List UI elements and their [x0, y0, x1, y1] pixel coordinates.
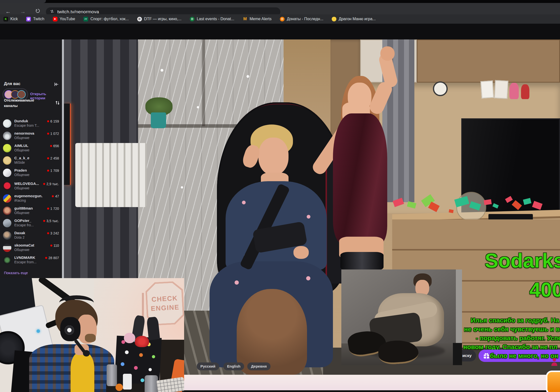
donation-username: Sodarks — [485, 249, 560, 272]
rig-led — [37, 329, 40, 333]
channel-avatar — [3, 182, 11, 190]
sidebar-channel-cake[interactable]: C_a_k_eMiSide2 458 — [0, 156, 62, 167]
tag-village[interactable]: Деревня — [247, 362, 270, 370]
sidebar-channel-aimlul[interactable]: AIMLULОбщение656 — [0, 143, 62, 155]
bookmark-dragon[interactable]: Драгон Маню игра... — [332, 17, 376, 21]
for-you-title: Для вас — [4, 81, 20, 86]
sidebar-channel-dunduk[interactable]: DundukEscape from T...6 159 — [0, 119, 62, 130]
gift-bow — [135, 336, 149, 347]
headphones-band — [59, 295, 94, 310]
monitor-edge — [64, 104, 71, 185]
meme-alerts-icon: M — [243, 17, 247, 21]
doll-figurine — [521, 84, 529, 99]
browser-tab-strip — [0, 0, 560, 3]
gift-icon — [483, 352, 490, 359]
mic-capsule — [83, 350, 90, 356]
sidebar-channel-praden[interactable]: PradenОбщение1 709 — [0, 168, 62, 179]
tag-english[interactable]: English — [223, 362, 244, 370]
live-indicator — [47, 157, 49, 159]
dancer-fist — [380, 46, 395, 61]
sidebar-channel-nenormova[interactable]: nenormovaОбщение1 072 — [0, 131, 62, 143]
photo-frame — [494, 80, 508, 99]
twitch-header: Отслеживаемое Просмотр 28 — [0, 24, 560, 39]
tag-russian[interactable]: Русский — [197, 362, 219, 370]
site-settings-icon[interactable] — [50, 9, 54, 15]
channel-avatar — [3, 119, 11, 128]
pip-photo — [341, 269, 462, 365]
dancer-stockings — [340, 252, 384, 270]
channel-avatar — [3, 207, 11, 215]
sidebar-channel-gopster[interactable]: GOPster_Escape fro...3,5 тыс. — [0, 218, 62, 230]
sidebar-channel-lvndmark[interactable]: LVNDMARKEscape from...28 807 — [0, 255, 62, 267]
window-bar — [202, 39, 205, 126]
donation-message-line: - порадовать работяг. Успе — [476, 334, 560, 342]
live-indicator — [47, 120, 49, 122]
neon-text-line1: CHECK — [151, 294, 178, 303]
bookmark-donations[interactable]: DДонаты - Последн... — [280, 17, 323, 21]
bookmarks-bar: KKick Twitch YouTube FTСпорт: футбол, хо… — [0, 14, 560, 24]
channel-avatar — [3, 132, 11, 140]
bookmark-youtube[interactable]: YouTube — [53, 17, 75, 21]
channel-avatar — [3, 144, 11, 152]
neon-text-line2: ENGINE — [151, 303, 179, 312]
bookmark-meme-alerts[interactable]: MMeme Alerts — [243, 17, 271, 21]
orange-fruit — [116, 384, 123, 391]
viewer-count-icon — [551, 357, 559, 367]
live-indicator — [43, 183, 45, 185]
channel-avatar — [3, 244, 11, 252]
bookmark-last-events[interactable]: DLast events - Donat... — [190, 17, 234, 21]
live-indicator — [47, 232, 49, 234]
youtube-icon — [53, 17, 58, 21]
foreground-head — [237, 289, 307, 375]
bookmark-kick[interactable]: KKick — [3, 17, 18, 21]
sort-channels-icon[interactable] — [55, 100, 60, 107]
live-indicator — [47, 133, 49, 135]
sidebar-channel-welovega[interactable]: WELOVEGA...Общение2,9 тыс. — [0, 181, 62, 193]
donation-message-line: Илья спасибо за годруб. На — [471, 317, 559, 324]
streamer-tshirt — [71, 352, 94, 392]
sidebar-channel-skoomacat[interactable]: skoomaCatОбщение110 — [0, 243, 62, 254]
channel-avatar — [3, 156, 11, 165]
channel-avatar — [3, 169, 11, 177]
wall-clock — [433, 81, 448, 96]
webcam-overlay: CHECK ENGINE — [0, 278, 184, 392]
browser-active-tab[interactable] — [0, 0, 46, 3]
channel-avatar — [3, 194, 11, 203]
pink-plush — [124, 333, 135, 343]
kick-icon: K — [3, 17, 8, 21]
donation-message-line: не очень себя чувствуешь и в — [464, 325, 560, 333]
sport-site-icon: FT — [83, 17, 88, 21]
bookmark-twitch[interactable]: Twitch — [26, 17, 44, 21]
live-indicator — [50, 145, 52, 147]
photo-frame — [481, 80, 494, 98]
sidebar-channel-daxak[interactable]: DaxakDota 23 242 — [0, 231, 62, 242]
donate-events-icon: D — [190, 17, 194, 21]
plant-pot — [151, 112, 166, 128]
confetti-piece — [484, 199, 492, 205]
collapse-sidebar-icon[interactable] — [54, 82, 59, 88]
channel-avatar — [3, 256, 11, 264]
screen: ← → twitch.tv/nenormova KKick Twitch You… — [0, 0, 560, 392]
show-more-link[interactable]: Показать еще — [4, 271, 28, 275]
seated-woman-face — [258, 138, 289, 175]
doll-figurine — [509, 83, 519, 99]
sidebar-channel-eugenemozgun[interactable]: eugenemozgun...iRacing47 — [0, 194, 62, 205]
bookmark-dtf[interactable]: DDTF — игры, кино,... — [137, 17, 182, 21]
cup — [123, 374, 132, 390]
radiator — [75, 143, 147, 207]
cup — [107, 364, 117, 386]
bookmark-sport[interactable]: FTСпорт: футбол, хок... — [83, 17, 129, 21]
seated-woman-hand — [293, 246, 309, 259]
url-text: twitch.tv/nenormova — [57, 9, 99, 15]
live-indicator — [50, 245, 52, 247]
live-indicator — [43, 220, 45, 222]
sidebar-channel-guit88man[interactable]: guit88manОбщение1 720 — [0, 206, 62, 217]
open-stories-link[interactable]: Открыть истории — [30, 92, 62, 100]
live-indicator — [45, 257, 47, 259]
live-indicator — [52, 195, 54, 197]
dancer-velvet-dress — [333, 113, 387, 244]
emoji-sticker — [546, 371, 560, 392]
browser-toolbar: ← → twitch.tv/nenormova — [0, 3, 560, 14]
donation-alerts-icon: D — [280, 17, 285, 21]
followed-title-line1: Отслеживаемые — [4, 98, 34, 102]
